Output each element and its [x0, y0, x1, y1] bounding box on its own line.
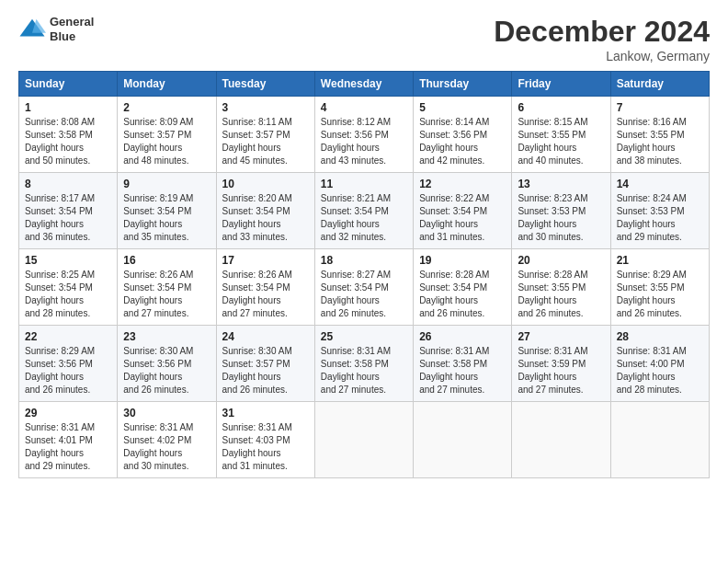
day-number: 11 [321, 178, 407, 190]
day-cell: 29 Sunrise: 8:31 AM Sunset: 4:01 PM Dayl… [19, 402, 118, 478]
day-info: Sunrise: 8:27 AM Sunset: 3:54 PM Dayligh… [321, 269, 407, 320]
day-info: Sunrise: 8:25 AM Sunset: 3:54 PM Dayligh… [25, 269, 111, 320]
day-number: 23 [123, 330, 210, 343]
day-info: Sunrise: 8:24 AM Sunset: 3:53 PM Dayligh… [617, 192, 703, 244]
day-info: Sunrise: 8:22 AM Sunset: 3:54 PM Dayligh… [419, 192, 506, 244]
day-number: 5 [419, 101, 506, 114]
day-number: 25 [321, 330, 407, 343]
day-cell: 20 Sunrise: 8:28 AM Sunset: 3:55 PM Dayl… [512, 249, 610, 326]
day-cell: 14 Sunrise: 8:24 AM Sunset: 3:53 PM Dayl… [610, 173, 709, 249]
day-number: 2 [123, 101, 210, 114]
day-info: Sunrise: 8:31 AM Sunset: 4:01 PM Dayligh… [25, 421, 111, 473]
day-number: 17 [222, 254, 309, 267]
day-number: 6 [518, 101, 604, 114]
day-number: 16 [123, 254, 210, 267]
day-info: Sunrise: 8:31 AM Sunset: 4:03 PM Dayligh… [222, 421, 309, 473]
day-number: 21 [617, 254, 703, 267]
day-info: Sunrise: 8:14 AM Sunset: 3:56 PM Dayligh… [419, 116, 506, 167]
day-info: Sunrise: 8:29 AM Sunset: 3:55 PM Dayligh… [617, 269, 703, 320]
day-cell: 10 Sunrise: 8:20 AM Sunset: 3:54 PM Dayl… [216, 173, 314, 249]
day-header-wednesday: Wednesday [314, 72, 413, 97]
day-cell: 19 Sunrise: 8:28 AM Sunset: 3:54 PM Dayl… [414, 249, 512, 326]
day-cell: 27 Sunrise: 8:31 AM Sunset: 3:59 PM Dayl… [512, 326, 610, 402]
day-cell [414, 402, 512, 478]
day-cell [512, 402, 610, 478]
day-cell: 24 Sunrise: 8:30 AM Sunset: 3:57 PM Dayl… [216, 326, 314, 402]
day-cell: 8 Sunrise: 8:17 AM Sunset: 3:54 PM Dayli… [19, 173, 118, 249]
logo-text: General Blue [50, 15, 94, 43]
svg-marker-1 [32, 18, 46, 32]
logo: General Blue [18, 15, 94, 43]
day-info: Sunrise: 8:28 AM Sunset: 3:54 PM Dayligh… [419, 269, 506, 320]
day-cell [610, 402, 709, 478]
week-row-4: 22 Sunrise: 8:29 AM Sunset: 3:56 PM Dayl… [19, 326, 710, 402]
day-info: Sunrise: 8:30 AM Sunset: 3:57 PM Dayligh… [222, 345, 309, 396]
day-number: 26 [419, 330, 506, 343]
day-number: 4 [321, 101, 407, 114]
day-cell: 23 Sunrise: 8:30 AM Sunset: 3:56 PM Dayl… [118, 326, 216, 402]
day-number: 13 [518, 178, 604, 190]
day-header-friday: Friday [512, 72, 610, 97]
day-cell: 18 Sunrise: 8:27 AM Sunset: 3:54 PM Dayl… [314, 249, 413, 326]
day-cell [314, 402, 413, 478]
day-number: 1 [25, 101, 111, 114]
day-info: Sunrise: 8:11 AM Sunset: 3:57 PM Dayligh… [222, 116, 309, 167]
day-info: Sunrise: 8:31 AM Sunset: 3:59 PM Dayligh… [518, 345, 604, 396]
logo-icon [18, 16, 46, 43]
day-number: 3 [222, 101, 309, 114]
day-number: 31 [222, 407, 309, 419]
day-info: Sunrise: 8:28 AM Sunset: 3:55 PM Dayligh… [518, 269, 604, 320]
day-info: Sunrise: 8:31 AM Sunset: 4:00 PM Dayligh… [617, 345, 703, 396]
header: General Blue December 2024 Lankow, Germa… [18, 15, 710, 63]
day-number: 9 [123, 178, 210, 190]
day-number: 22 [25, 330, 111, 343]
month-title: December 2024 [494, 15, 710, 49]
day-header-saturday: Saturday [610, 72, 709, 97]
day-number: 18 [321, 254, 407, 267]
week-row-3: 15 Sunrise: 8:25 AM Sunset: 3:54 PM Dayl… [19, 249, 710, 326]
day-cell: 25 Sunrise: 8:31 AM Sunset: 3:58 PM Dayl… [314, 326, 413, 402]
day-number: 19 [419, 254, 506, 267]
day-cell: 7 Sunrise: 8:16 AM Sunset: 3:55 PM Dayli… [610, 97, 709, 173]
day-number: 27 [518, 330, 604, 343]
day-info: Sunrise: 8:31 AM Sunset: 4:02 PM Dayligh… [123, 421, 210, 473]
day-info: Sunrise: 8:23 AM Sunset: 3:53 PM Dayligh… [518, 192, 604, 244]
day-cell: 1 Sunrise: 8:08 AM Sunset: 3:58 PM Dayli… [19, 97, 118, 173]
day-cell: 11 Sunrise: 8:21 AM Sunset: 3:54 PM Dayl… [314, 173, 413, 249]
day-info: Sunrise: 8:17 AM Sunset: 3:54 PM Dayligh… [25, 192, 111, 244]
day-number: 28 [617, 330, 703, 343]
location-title: Lankow, Germany [494, 49, 710, 63]
day-info: Sunrise: 8:09 AM Sunset: 3:57 PM Dayligh… [123, 116, 210, 167]
day-header-thursday: Thursday [414, 72, 512, 97]
day-header-tuesday: Tuesday [216, 72, 314, 97]
day-info: Sunrise: 8:30 AM Sunset: 3:56 PM Dayligh… [123, 345, 210, 396]
week-row-5: 29 Sunrise: 8:31 AM Sunset: 4:01 PM Dayl… [19, 402, 710, 478]
day-cell: 26 Sunrise: 8:31 AM Sunset: 3:58 PM Dayl… [414, 326, 512, 402]
day-info: Sunrise: 8:08 AM Sunset: 3:58 PM Dayligh… [25, 116, 111, 167]
day-number: 12 [419, 178, 506, 190]
day-number: 14 [617, 178, 703, 190]
day-number: 24 [222, 330, 309, 343]
day-cell: 6 Sunrise: 8:15 AM Sunset: 3:55 PM Dayli… [512, 97, 610, 173]
day-cell: 22 Sunrise: 8:29 AM Sunset: 3:56 PM Dayl… [19, 326, 118, 402]
calendar-header-row: SundayMondayTuesdayWednesdayThursdayFrid… [19, 72, 710, 97]
day-number: 7 [617, 101, 703, 114]
day-header-sunday: Sunday [19, 72, 118, 97]
day-cell: 31 Sunrise: 8:31 AM Sunset: 4:03 PM Dayl… [216, 402, 314, 478]
day-number: 10 [222, 178, 309, 190]
day-cell: 2 Sunrise: 8:09 AM Sunset: 3:57 PM Dayli… [118, 97, 216, 173]
day-info: Sunrise: 8:20 AM Sunset: 3:54 PM Dayligh… [222, 192, 309, 244]
day-cell: 4 Sunrise: 8:12 AM Sunset: 3:56 PM Dayli… [314, 97, 413, 173]
day-number: 29 [25, 407, 111, 419]
day-cell: 12 Sunrise: 8:22 AM Sunset: 3:54 PM Dayl… [414, 173, 512, 249]
day-info: Sunrise: 8:26 AM Sunset: 3:54 PM Dayligh… [222, 269, 309, 320]
week-row-2: 8 Sunrise: 8:17 AM Sunset: 3:54 PM Dayli… [19, 173, 710, 249]
day-cell: 15 Sunrise: 8:25 AM Sunset: 3:54 PM Dayl… [19, 249, 118, 326]
day-info: Sunrise: 8:29 AM Sunset: 3:56 PM Dayligh… [25, 345, 111, 396]
day-cell: 3 Sunrise: 8:11 AM Sunset: 3:57 PM Dayli… [216, 97, 314, 173]
day-info: Sunrise: 8:16 AM Sunset: 3:55 PM Dayligh… [617, 116, 703, 167]
day-info: Sunrise: 8:31 AM Sunset: 3:58 PM Dayligh… [321, 345, 407, 396]
day-cell: 5 Sunrise: 8:14 AM Sunset: 3:56 PM Dayli… [414, 97, 512, 173]
day-info: Sunrise: 8:26 AM Sunset: 3:54 PM Dayligh… [123, 269, 210, 320]
day-info: Sunrise: 8:12 AM Sunset: 3:56 PM Dayligh… [321, 116, 407, 167]
